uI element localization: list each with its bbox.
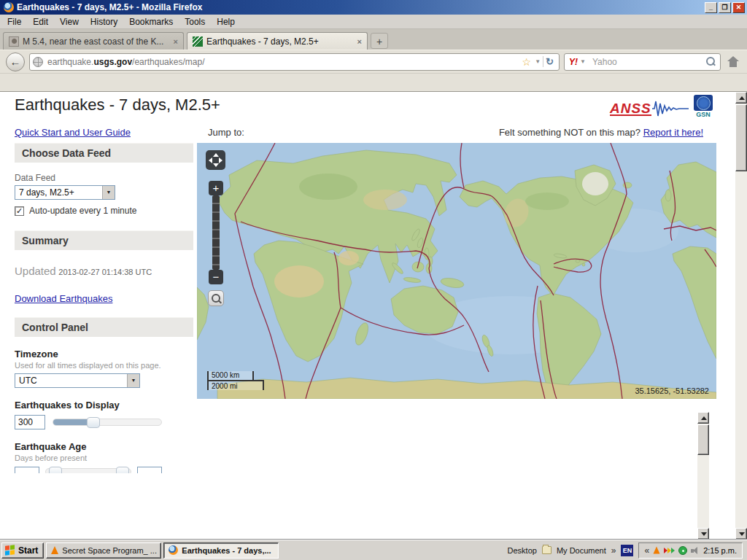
auto-update-checkbox[interactable]: ✓: [15, 206, 24, 216]
my-document-label[interactable]: My Document: [557, 546, 606, 555]
minimize-button[interactable]: _: [705, 2, 717, 13]
menu-item-history[interactable]: History: [85, 15, 123, 28]
download-earthquakes-link[interactable]: Download Earthquakes: [15, 293, 112, 304]
page-title: Earthquakes - 7 days, M2.5+: [15, 96, 220, 114]
page-scrollbar[interactable]: [735, 92, 747, 540]
jump-to-label: Jump to:: [208, 127, 244, 138]
quick-start-link[interactable]: Quick Start and User Guide: [15, 127, 131, 138]
reload-icon[interactable]: ↻: [543, 56, 556, 67]
page-content: Earthquakes - 7 days, M2.5+ ANSS GSN Qui…: [0, 92, 747, 540]
zoom-in-button[interactable]: +: [209, 181, 223, 195]
maximize-button[interactable]: ❐: [719, 2, 731, 13]
age-min-input[interactable]: [15, 467, 39, 473]
timezone-select[interactable]: UTC ▼: [15, 373, 140, 388]
age-max-input[interactable]: [137, 467, 162, 473]
vlc-tray-icon[interactable]: [654, 547, 660, 554]
back-button[interactable]: ←: [6, 52, 25, 71]
control-panel-header: Control Panel: [15, 317, 193, 337]
pan-right-icon[interactable]: [219, 158, 222, 163]
usgs-favicon: [193, 36, 203, 47]
scroll-down-icon[interactable]: [735, 528, 747, 540]
earthquake-map[interactable]: + − 5000 km 2000 mi 35.15625, -51.53282: [197, 143, 716, 399]
choose-data-feed-header: Choose Data Feed: [15, 143, 193, 163]
report-it-link[interactable]: Report it here!: [643, 127, 703, 138]
tab-label: M 5.4, near the east coast of the K...: [23, 36, 170, 47]
menu-item-view[interactable]: View: [54, 15, 85, 28]
menu-item-tools[interactable]: Tools: [179, 15, 211, 28]
scroll-down-icon[interactable]: [697, 528, 709, 540]
data-feed-select[interactable]: 7 days, M2.5+ ▼: [15, 185, 115, 200]
arrows-tray-icon[interactable]: [664, 548, 675, 553]
desktop-toolbar-label[interactable]: Desktop: [508, 546, 537, 555]
pan-left-icon[interactable]: [209, 158, 212, 163]
zoom-slider-track[interactable]: [212, 195, 220, 270]
menu-item-help[interactable]: Help: [211, 15, 241, 28]
updated-line: Updated 2013-02-27 01:14:38 UTC: [15, 265, 193, 277]
chevron-down-icon[interactable]: ▼: [127, 374, 139, 387]
taskbar-task-firefox[interactable]: Earthquakes - 7 days,...: [163, 542, 279, 559]
slider-thumb[interactable]: [87, 417, 100, 428]
yahoo-engine-icon[interactable]: Y!: [569, 57, 578, 67]
scroll-up-icon[interactable]: [735, 92, 747, 104]
media-tray-icon[interactable]: [678, 546, 687, 555]
menu-item-bookmarks[interactable]: Bookmarks: [123, 15, 179, 28]
tab-close-icon[interactable]: ×: [357, 37, 362, 46]
table-scrollbar[interactable]: [697, 412, 709, 540]
chevron-down-icon[interactable]: ▼: [102, 186, 115, 199]
map-pan-control[interactable]: [206, 150, 225, 170]
age-range-slider[interactable]: [45, 468, 131, 473]
felt-text: Felt something NOT on this map?: [499, 127, 640, 138]
gsn-logo: GSN: [692, 95, 715, 118]
display-count-input[interactable]: [15, 415, 45, 429]
auto-update-label: Auto-update every 1 minute: [29, 206, 136, 216]
start-button[interactable]: Start: [1, 542, 44, 559]
firefox-window: Earthquakes - 7 days, M2.5+ - Mozilla Fi…: [0, 0, 747, 560]
vlc-icon: [51, 546, 58, 554]
map-scale: 5000 km 2000 mi: [207, 371, 264, 390]
page-favicon: [9, 36, 19, 47]
timezone-label: Timezone: [15, 349, 193, 359]
zoom-out-button[interactable]: −: [209, 270, 223, 284]
earthquakes-to-display-label: Earthquakes to Display: [15, 400, 193, 411]
tab-active[interactable]: Earthquakes - 7 days, M2.5+ ×: [187, 32, 368, 50]
pan-up-icon[interactable]: [213, 153, 219, 157]
earthquake-age-controls: [15, 467, 193, 473]
tab-label: Earthquakes - 7 days, M2.5+: [206, 36, 354, 47]
tab-close-icon[interactable]: ×: [174, 37, 178, 46]
search-placeholder: Yahoo: [592, 57, 706, 67]
firefox-icon: [169, 545, 178, 555]
scroll-thumb[interactable]: [697, 424, 709, 455]
home-button[interactable]: [725, 55, 741, 69]
taskbar-task-vlc[interactable]: Secret Space Program_ ...: [46, 542, 161, 559]
new-tab-button[interactable]: +: [371, 33, 388, 49]
search-engine-dropdown-icon[interactable]: ▼: [578, 58, 588, 65]
display-count-slider[interactable]: [53, 419, 162, 426]
search-icon[interactable]: [706, 57, 716, 66]
earthquake-age-label: Earthquake Age: [15, 441, 193, 452]
volume-icon[interactable]: [691, 546, 700, 555]
taskbar: Start Secret Space Program_ ... Earthqua…: [0, 540, 747, 560]
menu-item-file[interactable]: File: [1, 15, 27, 28]
scroll-up-icon[interactable]: [697, 412, 709, 424]
zoom-box-icon[interactable]: [208, 290, 224, 306]
bookmarks-toolbar: [0, 73, 747, 92]
bookmark-star-icon[interactable]: ☆: [521, 56, 533, 68]
close-button[interactable]: ✕: [732, 2, 745, 13]
menu-item-edit[interactable]: Edit: [27, 15, 54, 28]
search-box[interactable]: Y! ▼ Yahoo: [564, 53, 721, 71]
system-tray: « 2:15 p.m.: [638, 542, 743, 559]
scroll-thumb[interactable]: [735, 104, 747, 171]
tray-collapse-chevron[interactable]: «: [644, 545, 649, 556]
toolbar-overflow-chevron[interactable]: »: [611, 545, 616, 556]
tab-inactive[interactable]: M 5.4, near the east coast of the K... ×: [3, 32, 184, 50]
data-feed-label: Data Feed: [15, 173, 193, 183]
pan-down-icon[interactable]: [213, 163, 219, 167]
cursor-coordinates: 35.15625, -51.53282: [635, 386, 709, 395]
url-bar[interactable]: earthquake.usgs.gov/earthquakes/map/ ☆ ▼…: [29, 53, 560, 71]
url-text[interactable]: earthquake.usgs.gov/earthquakes/map/: [47, 57, 521, 67]
document-icon: [542, 546, 551, 554]
scale-mi: 2000 mi: [207, 380, 264, 390]
url-dropdown-icon[interactable]: ▼: [533, 58, 543, 65]
language-indicator[interactable]: EN: [621, 545, 633, 556]
summary-header: Summary: [15, 230, 193, 250]
